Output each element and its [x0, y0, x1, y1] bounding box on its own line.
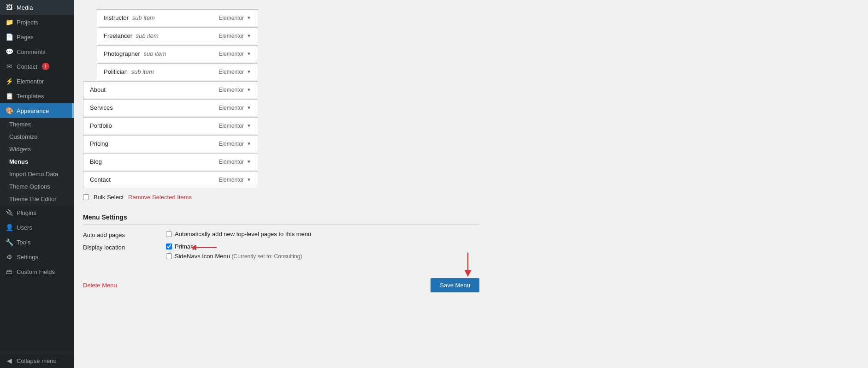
item-type: Elementor — [218, 123, 244, 129]
auto-add-pages-label: Auto add pages — [83, 231, 157, 238]
sidenavs-location-label: SideNavs Icon Menu (Currently set to: Co… — [175, 253, 302, 260]
remove-selected-link[interactable]: Remove Selected Items — [128, 194, 192, 201]
sidebar-item-elementor[interactable]: ⚡ Elementor — [0, 74, 74, 89]
sidebar-item-appearance[interactable]: 🎨 Appearance — [0, 103, 74, 118]
content-area: Instructor sub item Elementor ▼ Freelanc… — [74, 0, 489, 302]
menu-item-freelancer[interactable]: Freelancer sub item Elementor ▼ — [97, 27, 258, 44]
auto-add-pages-option[interactable]: Automatically add new top-level pages to… — [166, 231, 311, 237]
item-type: Elementor — [218, 177, 244, 183]
appearance-submenu: Themes Customize Widgets Menus Import De… — [0, 118, 74, 205]
menu-item-photographer[interactable]: Photographer sub item Elementor ▼ — [97, 45, 258, 62]
primary-location-label: Primary — [175, 243, 195, 250]
item-label-text: Services — [90, 104, 113, 111]
item-type: Elementor — [218, 51, 244, 57]
elementor-icon: ⚡ — [6, 77, 13, 85]
item-type: Elementor — [218, 105, 244, 111]
sidebar-item-projects[interactable]: 📁 Projects — [0, 15, 74, 30]
dropdown-arrow-icon[interactable]: ▼ — [247, 33, 251, 38]
tools-label: Tools — [17, 239, 30, 246]
plugins-label: Plugins — [17, 209, 36, 216]
sidebar-item-plugins[interactable]: 🔌 Plugins — [0, 205, 74, 220]
tools-icon: 🔧 — [6, 238, 13, 246]
import-demo-label: Import Demo Data — [9, 171, 58, 178]
auto-add-pages-checkbox[interactable] — [166, 231, 172, 237]
bulk-select-bar: Bulk Select Remove Selected Items — [83, 192, 479, 202]
sidebar-item-users[interactable]: 👤 Users — [0, 220, 74, 235]
sidebar-item-import-demo[interactable]: Import Demo Data — [0, 168, 74, 180]
menu-item-politician[interactable]: Politician sub item Elementor ▼ — [97, 63, 258, 80]
menu-item-services[interactable]: Services Elementor ▼ — [83, 99, 258, 116]
dropdown-arrow-icon[interactable]: ▼ — [247, 177, 251, 182]
contact-icon: ✉ — [6, 63, 13, 70]
delete-menu-link[interactable]: Delete Menu — [83, 282, 117, 289]
plugins-icon: 🔌 — [6, 209, 13, 216]
sidebar-item-label: Comments — [17, 48, 46, 55]
widgets-label: Widgets — [9, 146, 31, 153]
sidebar-item-media[interactable]: 🖼 Media — [0, 0, 74, 15]
dropdown-arrow-icon[interactable]: ▼ — [247, 69, 251, 74]
sidebar-item-theme-file-editor[interactable]: Theme File Editor — [0, 193, 74, 205]
auto-add-pages-option-label: Automatically add new top-level pages to… — [175, 231, 311, 237]
users-label: Users — [17, 224, 32, 231]
sidebar-item-customize[interactable]: Customize — [0, 131, 74, 143]
item-label-text: Pricing — [90, 140, 108, 147]
footer-bar: Delete Menu Save Menu — [83, 273, 479, 292]
menu-item-pricing[interactable]: Pricing Elementor ▼ — [83, 135, 258, 152]
templates-icon: 📋 — [6, 92, 13, 100]
menu-item-blog[interactable]: Blog Elementor ▼ — [83, 153, 258, 170]
menu-item-contact[interactable]: Contact Elementor ▼ — [83, 171, 258, 188]
sidenavs-location-checkbox[interactable] — [166, 253, 172, 259]
item-type: Elementor — [218, 69, 244, 75]
contact-badge: 1 — [42, 63, 49, 70]
custom-fields-icon: 🗃 — [6, 268, 13, 275]
sidebar-item-pages[interactable]: 📄 Pages — [0, 30, 74, 44]
menus-label: Menus — [9, 158, 28, 165]
collapse-icon: ◀ — [6, 357, 13, 364]
sidenavs-location-option[interactable]: SideNavs Icon Menu (Currently set to: Co… — [166, 253, 302, 260]
sidebar-item-templates[interactable]: 📋 Templates — [0, 89, 74, 103]
sidebar-item-themes[interactable]: Themes — [0, 118, 74, 131]
dropdown-arrow-icon[interactable]: ▼ — [247, 141, 251, 146]
subitem-tag: sub item — [136, 32, 159, 39]
menu-item-instructor[interactable]: Instructor sub item Elementor ▼ — [97, 9, 258, 26]
item-type: Elementor — [218, 141, 244, 147]
sidebar-item-label: Media — [17, 4, 33, 11]
comments-icon: 💬 — [6, 48, 13, 55]
customize-label: Customize — [9, 133, 37, 140]
menu-item-portfolio[interactable]: Portfolio Elementor ▼ — [83, 117, 258, 134]
menu-settings-title: Menu Settings — [83, 214, 479, 225]
sidebar-item-widgets[interactable]: Widgets — [0, 143, 74, 155]
dropdown-arrow-icon[interactable]: ▼ — [247, 105, 251, 110]
sidebar-item-tools[interactable]: 🔧 Tools — [0, 235, 74, 249]
dropdown-arrow-icon[interactable]: ▼ — [247, 15, 251, 20]
bulk-select-checkbox[interactable] — [83, 194, 89, 200]
save-menu-button[interactable]: Save Menu — [431, 278, 479, 292]
themes-label: Themes — [9, 121, 31, 128]
primary-location-checkbox[interactable] — [166, 243, 172, 249]
main-content: Instructor sub item Elementor ▼ Freelanc… — [74, 0, 868, 368]
sidebar-item-comments[interactable]: 💬 Comments — [0, 44, 74, 59]
sidebar-item-contact[interactable]: ✉ Contact 1 — [0, 59, 74, 74]
sidebar-item-theme-options[interactable]: Theme Options — [0, 180, 74, 193]
menu-item-about[interactable]: About Elementor ▼ — [83, 81, 258, 98]
dropdown-arrow-icon[interactable]: ▼ — [247, 87, 251, 92]
users-icon: 👤 — [6, 224, 13, 231]
primary-location-option[interactable]: Primary — [166, 243, 302, 250]
dropdown-arrow-icon[interactable]: ▼ — [247, 159, 251, 164]
sidebar-item-collapse[interactable]: ◀ Collapse menu — [0, 353, 74, 368]
sidebar-item-label: Contact — [17, 63, 37, 70]
item-type: Elementor — [218, 159, 244, 165]
dropdown-arrow-icon[interactable]: ▼ — [247, 123, 251, 128]
sidebar-item-menus[interactable]: Menus — [0, 155, 74, 168]
display-location-row: Display location Primary SideNavs Icon M… — [83, 243, 479, 260]
display-location-options: Primary SideNavs Icon Menu (Currently se… — [166, 243, 302, 260]
bulk-select-label: Bulk Select — [94, 194, 124, 201]
item-type: Elementor — [218, 87, 244, 93]
subitem-tag: sub item — [132, 14, 155, 21]
dropdown-arrow-icon[interactable]: ▼ — [247, 51, 251, 56]
theme-file-editor-label: Theme File Editor — [9, 196, 57, 202]
item-type: Elementor — [218, 33, 244, 39]
sidebar-item-custom-fields[interactable]: 🗃 Custom Fields — [0, 264, 74, 279]
sidebar-item-settings[interactable]: ⚙ Settings — [0, 249, 74, 264]
item-label-text: Instructor — [104, 14, 129, 21]
